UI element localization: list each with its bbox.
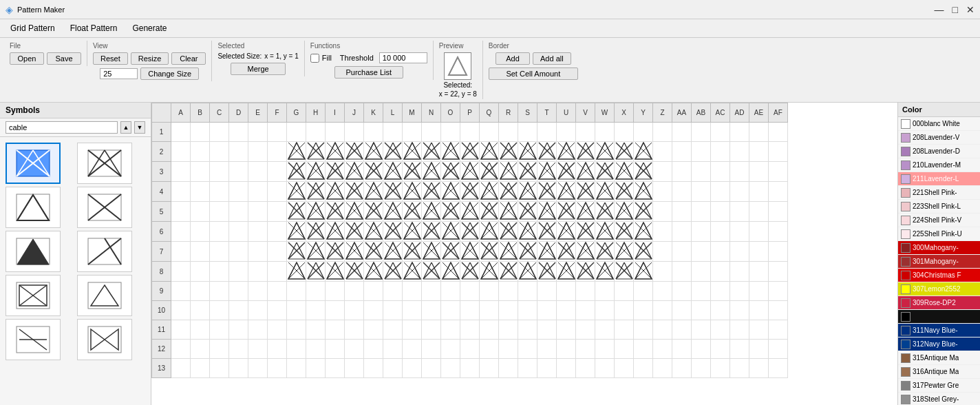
empty-cell[interactable]: [730, 262, 749, 282]
empty-cell[interactable]: [692, 242, 711, 262]
empty-cell[interactable]: [345, 123, 364, 142]
pattern-cell[interactable]: [460, 202, 480, 222]
color-item[interactable]: 307Lemon2552: [898, 282, 980, 296]
add-button[interactable]: Add: [496, 52, 530, 65]
pattern-cell[interactable]: [403, 182, 422, 202]
empty-cell[interactable]: [460, 282, 480, 301]
pattern-cell[interactable]: [499, 162, 518, 182]
empty-cell[interactable]: [229, 182, 248, 202]
empty-cell[interactable]: [653, 320, 672, 340]
pattern-cell[interactable]: [615, 162, 634, 182]
pattern-cell[interactable]: [306, 242, 326, 262]
pattern-cell[interactable]: [480, 142, 499, 162]
empty-cell[interactable]: [653, 182, 672, 202]
empty-cell[interactable]: [383, 123, 403, 142]
empty-cell[interactable]: [248, 282, 268, 301]
empty-cell[interactable]: [653, 262, 672, 282]
pattern-cell[interactable]: [383, 242, 403, 262]
empty-cell[interactable]: [692, 359, 711, 378]
pattern-cell[interactable]: [595, 222, 615, 242]
empty-cell[interactable]: [634, 282, 653, 301]
empty-cell[interactable]: [268, 340, 287, 359]
empty-cell[interactable]: [595, 282, 615, 301]
pattern-cell[interactable]: [403, 202, 422, 222]
empty-cell[interactable]: [248, 202, 268, 222]
pattern-cell[interactable]: [576, 222, 595, 242]
empty-cell[interactable]: [229, 242, 248, 262]
empty-cell[interactable]: [287, 320, 306, 340]
empty-cell[interactable]: [711, 340, 730, 359]
empty-cell[interactable]: [769, 162, 788, 182]
empty-cell[interactable]: [422, 359, 441, 378]
empty-cell[interactable]: [692, 202, 711, 222]
pattern-cell[interactable]: [383, 182, 403, 202]
pattern-cell[interactable]: [557, 262, 576, 282]
empty-cell[interactable]: [711, 242, 730, 262]
color-item[interactable]: 224Shell Pink-V: [898, 214, 980, 227]
empty-cell[interactable]: [268, 162, 287, 182]
pattern-cell[interactable]: [460, 162, 480, 182]
pattern-cell[interactable]: [306, 202, 326, 222]
empty-cell[interactable]: [692, 123, 711, 142]
empty-cell[interactable]: [711, 182, 730, 202]
reset-button[interactable]: Reset: [93, 52, 128, 65]
empty-cell[interactable]: [711, 162, 730, 182]
empty-cell[interactable]: [730, 142, 749, 162]
color-item[interactable]: 312Navy Blue-: [898, 338, 980, 351]
empty-cell[interactable]: [210, 242, 229, 262]
empty-cell[interactable]: [229, 301, 248, 320]
add-all-button[interactable]: Add all: [533, 52, 571, 65]
pattern-cell[interactable]: [595, 262, 615, 282]
empty-cell[interactable]: [595, 340, 615, 359]
empty-cell[interactable]: [248, 340, 268, 359]
empty-cell[interactable]: [518, 359, 537, 378]
empty-cell[interactable]: [287, 359, 306, 378]
pattern-cell[interactable]: [441, 222, 460, 242]
empty-cell[interactable]: [480, 123, 499, 142]
color-item[interactable]: 000blanc White: [898, 117, 980, 131]
pattern-cell[interactable]: [480, 242, 499, 262]
pattern-cell[interactable]: [499, 142, 518, 162]
pattern-cell[interactable]: [576, 202, 595, 222]
empty-cell[interactable]: [268, 202, 287, 222]
pattern-cell[interactable]: [634, 182, 653, 202]
empty-cell[interactable]: [248, 222, 268, 242]
empty-cell[interactable]: [326, 359, 345, 378]
empty-cell[interactable]: [730, 222, 749, 242]
pattern-cell[interactable]: [326, 142, 345, 162]
empty-cell[interactable]: [210, 359, 229, 378]
empty-cell[interactable]: [711, 320, 730, 340]
empty-cell[interactable]: [595, 320, 615, 340]
pattern-cell[interactable]: [441, 162, 460, 182]
empty-cell[interactable]: [692, 142, 711, 162]
empty-cell[interactable]: [749, 340, 769, 359]
empty-cell[interactable]: [711, 142, 730, 162]
empty-cell[interactable]: [191, 142, 210, 162]
color-item[interactable]: 304Christmas F: [898, 269, 980, 282]
empty-cell[interactable]: [518, 301, 537, 320]
pattern-cell[interactable]: [615, 262, 634, 282]
empty-cell[interactable]: [383, 320, 403, 340]
empty-cell[interactable]: [537, 340, 557, 359]
empty-cell[interactable]: [595, 123, 615, 142]
pattern-cell[interactable]: [499, 182, 518, 202]
pattern-cell[interactable]: [557, 242, 576, 262]
open-button[interactable]: Open: [10, 52, 44, 65]
pattern-cell[interactable]: [287, 182, 306, 202]
empty-cell[interactable]: [306, 282, 326, 301]
empty-cell[interactable]: [672, 301, 692, 320]
empty-cell[interactable]: [730, 162, 749, 182]
empty-cell[interactable]: [441, 301, 460, 320]
empty-cell[interactable]: [749, 320, 769, 340]
pattern-cell[interactable]: [287, 222, 306, 242]
empty-cell[interactable]: [210, 202, 229, 222]
color-item[interactable]: 301Mahogany-: [898, 255, 980, 269]
pattern-cell[interactable]: [383, 162, 403, 182]
empty-cell[interactable]: [518, 340, 537, 359]
empty-cell[interactable]: [171, 182, 191, 202]
empty-cell[interactable]: [229, 320, 248, 340]
symbol-cell-10[interactable]: [77, 319, 132, 360]
empty-cell[interactable]: [537, 320, 557, 340]
pattern-cell[interactable]: [326, 222, 345, 242]
resize-button[interactable]: Resize: [131, 52, 169, 65]
